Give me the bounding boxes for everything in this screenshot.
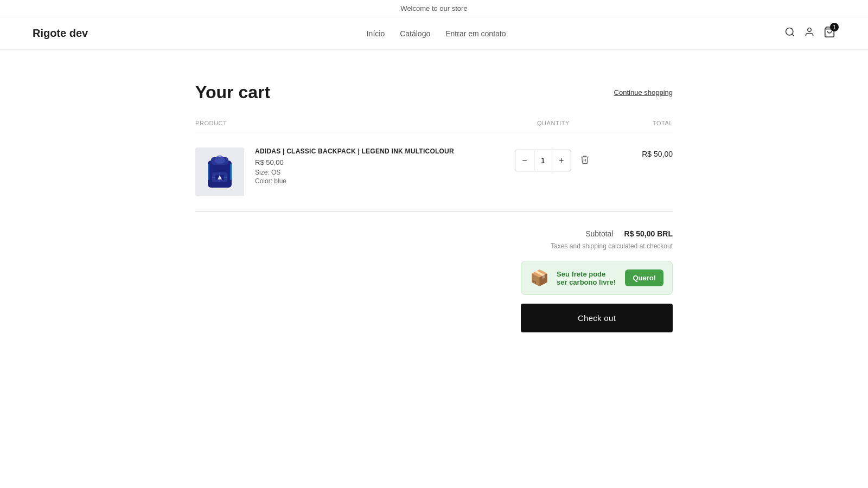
eco-banner: 📦 Seu frete pode ser carbono livre! Quer… — [521, 261, 673, 295]
banner-text: Welcome to our store — [400, 4, 467, 12]
item-image — [195, 147, 244, 196]
search-icon[interactable] — [784, 27, 795, 40]
item-name: ADIDAS | CLASSIC BACKPACK | LEGEND INK M… — [255, 147, 499, 155]
quantity-increase-button[interactable]: + — [552, 150, 571, 171]
nav-catalogo[interactable]: Catálogo — [400, 29, 430, 38]
quantity-controls: − + — [515, 150, 571, 171]
eco-icon: 📦 — [530, 269, 549, 287]
header: Rigote dev Início Catálogo Entrar em con… — [0, 17, 868, 50]
svg-point-6 — [214, 157, 225, 164]
header-icons: 1 — [784, 26, 835, 41]
nav-inicio[interactable]: Início — [367, 29, 385, 38]
quantity-input[interactable] — [534, 150, 552, 171]
delete-item-button[interactable] — [578, 152, 592, 169]
checkout-button[interactable]: Check out — [521, 304, 673, 332]
eco-button[interactable]: Quero! — [625, 269, 663, 286]
main-content: Your cart Continue shopping PRODUCT QUAN… — [184, 50, 684, 365]
item-size: Size: OS — [255, 169, 499, 176]
item-total: R$ 50,00 — [608, 147, 673, 158]
eco-text: Seu frete pode ser carbono livre! — [557, 270, 617, 286]
brand-logo[interactable]: Rigote dev — [33, 27, 88, 40]
item-details: ADIDAS | CLASSIC BACKPACK | LEGEND INK M… — [255, 147, 499, 186]
nav-contato[interactable]: Entrar em contato — [445, 29, 506, 38]
col-header-quantity: QUANTITY — [499, 120, 608, 126]
subtotal-row: Subtotal R$ 50,00 BRL — [585, 229, 673, 238]
cart-item: ADIDAS | CLASSIC BACKPACK | LEGEND INK M… — [195, 132, 673, 212]
item-price: R$ 50,00 — [255, 158, 499, 166]
quantity-decrease-button[interactable]: − — [515, 150, 534, 171]
cart-badge: 1 — [830, 23, 839, 31]
item-color: Color: blue — [255, 177, 499, 185]
item-quantity-col: − + — [499, 147, 608, 171]
col-header-total: TOTAL — [608, 120, 673, 126]
cart-column-headers: PRODUCT QUANTITY TOTAL — [195, 120, 673, 132]
top-banner: Welcome to our store — [0, 0, 868, 17]
svg-rect-13 — [230, 164, 232, 180]
cart-icon[interactable]: 1 — [824, 26, 835, 41]
svg-line-1 — [792, 34, 794, 36]
svg-point-0 — [786, 28, 793, 35]
cart-title: Your cart — [195, 82, 270, 102]
taxes-note: Taxes and shipping calculated at checkou… — [551, 242, 673, 250]
col-header-product: PRODUCT — [195, 120, 499, 126]
svg-rect-12 — [208, 164, 209, 180]
continue-shopping-link[interactable]: Continue shopping — [614, 88, 673, 97]
main-nav: Início Catálogo Entrar em contato — [367, 29, 506, 38]
cart-header-row: Your cart Continue shopping — [195, 82, 673, 102]
svg-point-2 — [808, 28, 812, 32]
account-icon[interactable] — [804, 27, 815, 40]
subtotal-value: R$ 50,00 BRL — [624, 229, 673, 238]
subtotal-label: Subtotal — [585, 229, 613, 238]
cart-summary: Subtotal R$ 50,00 BRL Taxes and shipping… — [195, 229, 673, 332]
